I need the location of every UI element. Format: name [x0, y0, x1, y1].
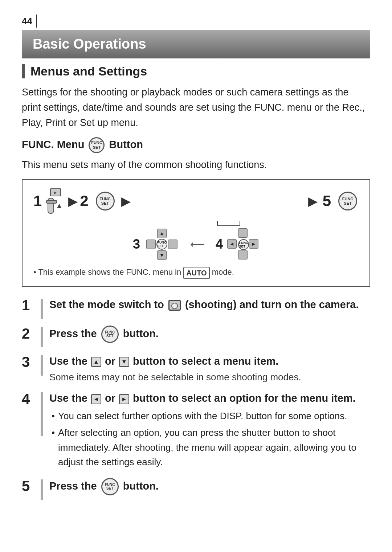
step-5-num: 5 [22, 478, 41, 494]
step-4-title: Use the ◄ or ► button to select an optio… [49, 391, 370, 406]
step-3-body: Some items may not be selectable in some… [49, 370, 370, 384]
diagram-step1-num: 1 [33, 193, 42, 209]
left-arrow-inline: ◄ [91, 394, 101, 404]
diagram-note: • This example shows the FUNC. menu in A… [33, 266, 359, 279]
dpad-step4: ◄ FUNCSET ► [227, 228, 259, 260]
func-desc: This menu sets many of the common shooti… [22, 158, 370, 173]
step-2-bar [41, 327, 43, 347]
step-5-block: 5 Press the FUNCSET button. [22, 478, 370, 500]
step2-func-icon: FUNCSET [101, 326, 119, 343]
step-3-title: Use the ▲ or ▼ button to select a menu i… [49, 354, 370, 369]
step-4-num: 4 [22, 391, 41, 407]
step-3-content: Use the ▲ or ▼ button to select a menu i… [49, 354, 370, 385]
step-3-bar [41, 355, 43, 376]
dpad-step3: ▲ FUNCSET ▼ [146, 228, 178, 260]
step-2-num: 2 [22, 326, 41, 342]
step-1-num: 1 [22, 297, 41, 313]
step-3-block: 3 Use the ▲ or ▼ button to select a menu… [22, 354, 370, 385]
chapter-header: Basic Operations [22, 30, 370, 58]
step-4-block: 4 Use the ◄ or ► button to select an opt… [22, 391, 370, 471]
diagram-step4-num: 4 [216, 238, 223, 251]
step-2-title: Press the FUNCSET button. [49, 326, 370, 343]
step-5-bar [41, 479, 43, 500]
func-set-icon: FUNCSET [89, 137, 105, 153]
step-4-bullet-1: You can select further options with the … [49, 409, 370, 423]
subsection-func-title: FUNC. Menu FUNCSET Button [22, 137, 370, 153]
step-2-content: Press the FUNCSET button. [49, 326, 370, 344]
step-2-block: 2 Press the FUNCSET button. [22, 326, 370, 347]
step5-func-icon: FUNCSET [101, 478, 119, 495]
diagram-box: 1 ▶ ▲ ▶ 2 FUNCSET [22, 179, 370, 287]
diagram-step5-num: 5 [323, 193, 331, 209]
step-1-title: Set the mode switch to (shooting) and tu… [49, 297, 370, 312]
diagram-func-icon-5: FUNCSET [338, 192, 357, 210]
diagram-func-icon-2: FUNCSET [96, 192, 115, 210]
section-title: Menus and Settings [30, 64, 147, 78]
diagram-step2-num: 2 [80, 193, 88, 209]
camera-mode-icon [168, 300, 181, 311]
step-4-bullets: You can select further options with the … [49, 409, 370, 469]
step-5-title: Press the FUNCSET button. [49, 478, 370, 495]
step-4-bar [41, 392, 43, 436]
auto-mode-text: AUTO [186, 267, 207, 278]
diagram-note-text: • This example shows the FUNC. menu in [33, 267, 181, 277]
step-1-content: Set the mode switch to (shooting) and tu… [49, 297, 370, 314]
diagram-note-end: mode. [212, 267, 234, 277]
page-num-text: 44 [22, 16, 32, 27]
step-3-num: 3 [22, 354, 41, 370]
auto-badge: AUTO [183, 267, 209, 279]
arrow-2-3: ▶ [121, 194, 131, 208]
page-number: 44 [22, 15, 370, 28]
func-menu-label: FUNC. Menu [22, 138, 84, 150]
diagram-step3-num: 3 [133, 238, 140, 251]
section-header: Menus and Settings [22, 64, 370, 78]
step-5-content: Press the FUNCSET button. [49, 478, 370, 497]
intro-text: Settings for the shooting or playback mo… [22, 85, 370, 131]
step-4-bullet-2: After selecting an option, you can press… [49, 425, 370, 469]
right-arrow-inline: ► [119, 394, 129, 404]
arrow-4-5: ▶ [308, 194, 318, 208]
step-1-bar [41, 299, 43, 319]
step-1-block: 1 Set the mode switch to (shooting) and … [22, 297, 370, 319]
up-arrow-inline: ▲ [91, 357, 101, 367]
down-arrow-inline: ▼ [119, 357, 129, 367]
step-4-content: Use the ◄ or ► button to select an optio… [49, 391, 370, 471]
button-label: Button [109, 138, 143, 150]
arrow-1-2: ▶ [68, 194, 78, 208]
chapter-title: Basic Operations [33, 36, 146, 52]
